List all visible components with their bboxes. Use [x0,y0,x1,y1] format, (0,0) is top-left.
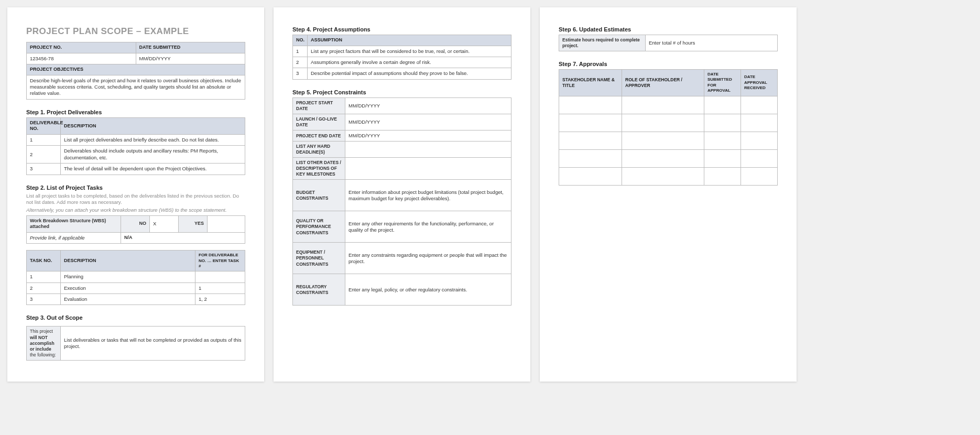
wbs-label: Work Breakdown Structure (WBS) attached [27,215,121,232]
table-row: 2Execution1 [27,282,245,293]
step4-heading: Step 4. Project Assumptions [292,26,511,32]
date-submitted-value: MM/DD/YYYY [136,53,245,64]
quality-value: Enter any other requirements for the fun… [345,211,511,243]
wbs-link-label: Provide link, if applicable [27,232,121,243]
step1-heading: Step 1. Project Deliverables [26,109,245,115]
step2-sub2: Alternatively, you can attach your work … [26,207,245,213]
equip-value: Enter any constraints regarding equipmen… [345,243,511,274]
table-row: 1List any project factors that will be c… [293,46,511,57]
task-for-header: FOR DELIVERABLE NO. … ENTER TASK # [195,251,245,271]
step6-heading: Step 6. Updated Estimates [559,26,778,32]
step5-heading: Step 5. Project Constraints [292,89,511,95]
hard-deadline-label: LIST ANY HARD DEADLINE(S) [293,142,345,158]
wbs-link-value: N/A [121,232,245,243]
hard-deadline-value [345,142,511,158]
project-no-value: 123456-78 [27,53,136,64]
approvals-submitted-header: DATE SUBMITTED FOR APPROVAL [704,70,741,96]
table-row: 3The level of detail will be dependent u… [27,164,245,175]
task-desc-header: DESCRIPTION [61,251,195,271]
table-row: 3Evaluation1, 2 [27,294,245,305]
reg-value: Enter any legal, policy, or other regula… [345,274,511,306]
objectives-body: Describe high-level goals of the project… [27,75,245,99]
estimates-table: Estimate hours required to complete proj… [559,35,778,51]
table-row: 3Describe potential impact of assumption… [293,68,511,79]
wbs-no-label: NO [121,215,150,232]
table-row: 1Planning [27,271,245,282]
golive-date-label: LAUNCH / GO-LIVE DATE [293,114,345,130]
table-row [559,167,778,185]
other-dates-label: LIST OTHER DATES / DESCRIPTIONS OF KEY M… [293,158,345,180]
table-row [559,96,778,114]
page-3: Step 6. Updated Estimates Estimate hours… [540,7,797,382]
start-date-label: PROJECT START DATE [293,97,345,114]
deliv-no-header: DELIVERABLE NO. [27,117,61,134]
approvals-name-header: STAKEHOLDER NAME & TITLE [559,70,622,96]
quality-label: QUALITY OR PERFORMANCE CONSTRAINTS [293,211,345,243]
document-pages: PROJECT PLAN SCOPE – EXAMPLE PROJECT NO.… [7,7,973,382]
estimate-label: Estimate hours required to complete proj… [559,35,646,51]
golive-date-value: MM/DD/YYYY [345,114,511,130]
assumptions-table: NO. ASSUMPTION 1List any project factors… [292,35,511,80]
assump-no-header: NO. [293,35,308,46]
table-row: 1List all project deliverables and brief… [27,135,245,146]
approvals-received-header: DATE APPROVAL RECEIVED [741,70,778,96]
deliv-desc-header: DESCRIPTION [61,117,245,134]
approvals-table: STAKEHOLDER NAME & TITLE ROLE OF STAKEHO… [559,69,778,186]
other-dates-value [345,158,511,180]
step2-sub1: List all project tasks to be completed, … [26,193,245,206]
table-row [559,132,778,149]
task-no-header: TASK NO. [27,251,61,271]
assump-desc-header: ASSUMPTION [308,35,511,46]
table-row: 2Assumptions generally involve a certain… [293,57,511,68]
equip-label: EQUIPMENT / PERSONNEL CONSTRAINTS [293,243,345,274]
end-date-label: PROJECT END DATE [293,130,345,141]
objectives-header: PROJECT OBJECTIVES [27,64,245,75]
step7-heading: Step 7. Approvals [559,61,778,67]
approvals-role-header: ROLE OF STAKEHOLDER / APPROVER [622,70,704,96]
page-2: Step 4. Project Assumptions NO. ASSUMPTI… [274,7,530,382]
table-row: 2Deliverables should include outputs and… [27,146,245,164]
tasks-table: TASK NO. DESCRIPTION FOR DELIVERABLE NO.… [26,250,245,305]
step2-heading: Step 2. List of Project Tasks [26,184,245,191]
budget-value: Enter information about project budget l… [345,180,511,211]
date-submitted-header: DATE SUBMITTED [136,42,245,53]
start-date-value: MM/DD/YYYY [345,97,511,114]
wbs-attached-table: Work Breakdown Structure (WBS) attached … [26,215,245,244]
out-of-scope-table: This project will NOT accomplish or incl… [26,326,245,360]
wbs-yes-value [208,215,245,232]
deliverables-table: DELIVERABLE NO. DESCRIPTION 1List all pr… [26,117,245,175]
table-row [559,114,778,132]
estimate-value: Enter total # of hours [646,35,778,51]
table-row [559,149,778,167]
project-info-table: PROJECT NO. DATE SUBMITTED 123456-78 MM/… [26,42,245,100]
page-1: PROJECT PLAN SCOPE – EXAMPLE PROJECT NO.… [7,7,264,382]
wbs-no-value: X [150,215,179,232]
constraints-table: PROJECT START DATE MM/DD/YYYY LAUNCH / G… [292,97,511,306]
project-no-header: PROJECT NO. [27,42,136,53]
out-of-scope-body: List deliverables or tasks that will not… [61,327,245,360]
wbs-yes-label: YES [179,215,208,232]
budget-label: BUDGET CONSTRAINTS [293,180,345,211]
step3-heading: Step 3. Out of Scope [26,314,245,321]
end-date-value: MM/DD/YYYY [345,130,511,141]
reg-label: REGULATORY CONSTRAINTS [293,274,345,306]
out-of-scope-label: This project will NOT accomplish or incl… [27,327,61,360]
doc-title: PROJECT PLAN SCOPE – EXAMPLE [26,26,245,37]
